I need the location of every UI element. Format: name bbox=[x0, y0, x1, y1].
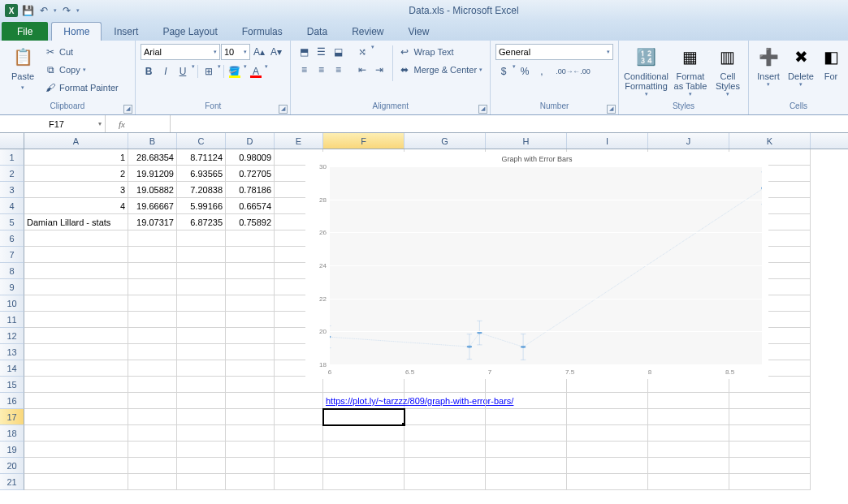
decrease-indent-button[interactable]: ⇤ bbox=[354, 62, 370, 78]
fill-color-dropdown[interactable]: ▾ bbox=[244, 63, 247, 80]
col-header-K[interactable]: K bbox=[729, 133, 811, 149]
increase-decimal-button[interactable]: .00→ bbox=[556, 63, 573, 80]
tab-formulas[interactable]: Formulas bbox=[230, 22, 295, 41]
tab-file[interactable]: File bbox=[2, 22, 48, 41]
align-right-button[interactable]: ≡ bbox=[330, 62, 346, 78]
row-header-17[interactable]: 17 bbox=[0, 409, 24, 425]
fill-color-button[interactable]: 🪣 bbox=[227, 63, 243, 80]
col-header-B[interactable]: B bbox=[128, 133, 177, 149]
row-header-16[interactable]: 16 bbox=[0, 393, 24, 409]
tab-insert[interactable]: Insert bbox=[102, 22, 150, 41]
wrap-text-button[interactable]: ↩Wrap Text bbox=[398, 44, 482, 60]
copy-button[interactable]: ⧉Copy▾ bbox=[44, 62, 119, 78]
col-header-J[interactable]: J bbox=[648, 133, 729, 149]
font-color-dropdown[interactable]: ▾ bbox=[265, 63, 268, 80]
number-format-combo[interactable]: General▾ bbox=[495, 44, 613, 60]
col-header-D[interactable]: D bbox=[226, 133, 275, 149]
font-name-combo[interactable]: Arial▾ bbox=[141, 44, 220, 60]
comma-button[interactable]: , bbox=[534, 63, 550, 80]
format-painter-button[interactable]: 🖌Format Painter bbox=[44, 80, 119, 96]
borders-dropdown[interactable]: ▾ bbox=[218, 63, 221, 80]
orientation-dropdown[interactable]: ▾ bbox=[371, 44, 374, 60]
col-header-C[interactable]: C bbox=[177, 133, 226, 149]
accounting-button[interactable]: $ bbox=[495, 63, 512, 80]
row-header-8[interactable]: 8 bbox=[0, 263, 24, 279]
grow-font-button[interactable]: A▴ bbox=[251, 44, 267, 60]
clipboard-dialog-launcher[interactable]: ◢ bbox=[123, 105, 132, 114]
tab-view[interactable]: View bbox=[396, 22, 442, 41]
formula-input[interactable] bbox=[171, 115, 848, 132]
row-header-6[interactable]: 6 bbox=[0, 230, 24, 247]
tab-page-layout[interactable]: Page Layout bbox=[150, 22, 229, 41]
align-center-button[interactable]: ≡ bbox=[313, 62, 329, 78]
align-bottom-button[interactable]: ⬓ bbox=[330, 44, 346, 60]
increase-indent-button[interactable]: ⇥ bbox=[371, 62, 387, 78]
row-header-21[interactable]: 21 bbox=[0, 474, 24, 490]
delete-cells-button[interactable]: ✖Delete▾ bbox=[786, 44, 816, 88]
paste-button[interactable]: 📋 Paste▾ bbox=[5, 44, 41, 93]
hyperlink-cell[interactable]: https://plot.ly/~tarzzz/809/graph-with-e… bbox=[323, 393, 405, 409]
bold-button[interactable]: B bbox=[141, 63, 157, 80]
font-color-button[interactable]: A bbox=[248, 63, 264, 80]
alignment-dialog-launcher[interactable]: ◢ bbox=[478, 105, 487, 114]
col-header-F[interactable]: F bbox=[323, 133, 405, 149]
col-header-E[interactable]: E bbox=[275, 133, 323, 149]
tab-data[interactable]: Data bbox=[295, 22, 340, 41]
row-header-9[interactable]: 9 bbox=[0, 279, 24, 295]
undo-dropdown[interactable]: ▾ bbox=[54, 7, 57, 14]
fx-icon[interactable]: fx bbox=[119, 119, 125, 129]
decrease-decimal-button[interactable]: ←.00 bbox=[573, 63, 590, 80]
row-header-5[interactable]: 5 bbox=[0, 214, 24, 230]
row-header-3[interactable]: 3 bbox=[0, 182, 24, 198]
col-header-A[interactable]: A bbox=[24, 133, 128, 149]
row-header-18[interactable]: 18 bbox=[0, 425, 24, 442]
col-header-I[interactable]: I bbox=[567, 133, 648, 149]
conditional-formatting-button[interactable]: 🔢Conditional Formatting▾ bbox=[624, 44, 668, 97]
row-header-2[interactable]: 2 bbox=[0, 166, 24, 182]
shrink-font-button[interactable]: A▾ bbox=[268, 44, 284, 60]
font-dialog-launcher[interactable]: ◢ bbox=[279, 105, 288, 114]
tab-home[interactable]: Home bbox=[51, 22, 102, 41]
cut-button[interactable]: ✂Cut bbox=[44, 44, 119, 60]
cell-styles-button[interactable]: ▥Cell Styles▾ bbox=[712, 44, 743, 97]
accounting-dropdown[interactable]: ▾ bbox=[513, 63, 516, 80]
row-header-7[interactable]: 7 bbox=[0, 247, 24, 263]
row-header-15[interactable]: 15 bbox=[0, 377, 24, 393]
percent-button[interactable]: % bbox=[517, 63, 533, 80]
row-header-19[interactable]: 19 bbox=[0, 442, 24, 458]
font-size-combo[interactable]: 10▾ bbox=[221, 44, 250, 60]
align-middle-button[interactable]: ☰ bbox=[313, 44, 329, 60]
insert-cells-button[interactable]: ➕Insert▾ bbox=[754, 44, 783, 88]
row-header-11[interactable]: 11 bbox=[0, 312, 24, 328]
align-left-button[interactable]: ≡ bbox=[296, 62, 312, 78]
col-header-G[interactable]: G bbox=[405, 133, 486, 149]
name-box[interactable]: F17▾ bbox=[24, 115, 106, 132]
redo-icon[interactable]: ↷ bbox=[60, 4, 73, 17]
row-header-12[interactable]: 12 bbox=[0, 328, 24, 344]
embedded-chart[interactable]: Graph with Error Bars 1820222426283066.5… bbox=[305, 152, 768, 379]
align-top-button[interactable]: ⬒ bbox=[296, 44, 312, 60]
active-cell[interactable] bbox=[323, 409, 405, 425]
format-as-table-button[interactable]: ▦Format as Table▾ bbox=[672, 44, 709, 97]
col-header-H[interactable]: H bbox=[486, 133, 567, 149]
italic-button[interactable]: I bbox=[158, 63, 174, 80]
underline-dropdown[interactable]: ▾ bbox=[192, 63, 195, 80]
orientation-button[interactable]: ⤭ bbox=[354, 44, 370, 60]
undo-icon[interactable]: ↶ bbox=[37, 4, 50, 17]
merge-center-button[interactable]: ⬌Merge & Center▾ bbox=[398, 62, 482, 78]
row-header-13[interactable]: 13 bbox=[0, 344, 24, 360]
underline-button[interactable]: U bbox=[175, 63, 191, 80]
name-box-dropdown[interactable]: ▾ bbox=[98, 120, 102, 127]
borders-button[interactable]: ⊞ bbox=[201, 63, 217, 80]
select-all-corner[interactable] bbox=[0, 133, 24, 149]
row-header-14[interactable]: 14 bbox=[0, 360, 24, 377]
save-icon[interactable]: 💾 bbox=[21, 4, 34, 17]
row-header-4[interactable]: 4 bbox=[0, 198, 24, 214]
row-header-20[interactable]: 20 bbox=[0, 458, 24, 474]
font-size-value: 10 bbox=[224, 47, 234, 57]
row-header-10[interactable]: 10 bbox=[0, 295, 24, 312]
row-header-1[interactable]: 1 bbox=[0, 149, 24, 166]
format-cells-button[interactable]: ◧For bbox=[819, 44, 843, 81]
number-dialog-launcher[interactable]: ◢ bbox=[607, 105, 616, 114]
tab-review[interactable]: Review bbox=[340, 22, 396, 41]
